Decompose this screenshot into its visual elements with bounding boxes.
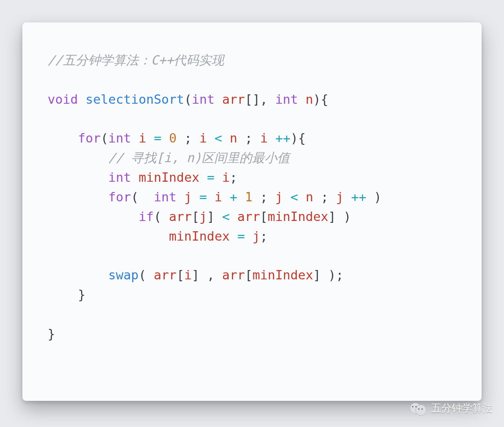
wechat-icon xyxy=(410,400,427,417)
num-one: 1 xyxy=(245,190,252,204)
id-minIndex: minIndex xyxy=(139,170,199,185)
comment-inner: // 寻找[i, n)区间里的最小值 xyxy=(108,150,290,165)
comment-top: //五分钟学算法：C++代码实现 xyxy=(48,53,224,67)
code-block: //五分钟学算法：C++代码实现 void selectionSort(int … xyxy=(22,22,482,344)
fn-selectionSort: selectionSort xyxy=(85,92,184,107)
kw-int: int xyxy=(192,92,215,107)
kw-int: int xyxy=(275,92,298,107)
kw-int: int xyxy=(108,131,131,145)
code-card: //五分钟学算法：C++代码实现 void selectionSort(int … xyxy=(22,22,482,401)
watermark-text: 五分钟学算法 xyxy=(431,401,493,415)
watermark: 五分钟学算法 xyxy=(410,400,493,417)
kw-int: int xyxy=(154,190,177,204)
id-n: n xyxy=(306,92,313,107)
id-arr: arr xyxy=(222,92,245,107)
kw-if: if xyxy=(139,209,154,224)
id-i: i xyxy=(139,131,146,145)
fn-swap: swap xyxy=(108,268,139,282)
kw-int: int xyxy=(108,170,131,185)
kw-for: for xyxy=(108,190,131,204)
num-zero: 0 xyxy=(169,131,176,145)
id-j: j xyxy=(184,190,192,204)
kw-void: void xyxy=(48,92,78,107)
kw-for: for xyxy=(78,131,101,145)
